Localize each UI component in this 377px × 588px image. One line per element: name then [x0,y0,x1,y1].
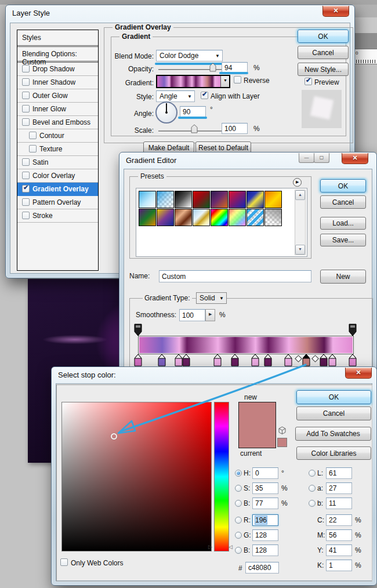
gradient-preset-11[interactable] [175,209,192,226]
gradient-preset-6[interactable] [229,191,246,208]
opacity-slider-track[interactable] [158,69,228,71]
maximize-icon[interactable]: ▢ [314,153,329,163]
styles-item-inner-glow[interactable]: Inner Glow [17,103,98,116]
scroll-down-icon[interactable]: ▼ [295,245,305,255]
hue-marker-right-icon[interactable]: ◁ [229,545,233,550]
picker-right-input-b--2[interactable]: 11 [326,498,352,509]
styles-item-contour[interactable]: Contour [17,129,98,143]
hue-marker-left-icon[interactable]: ▷ [208,545,212,550]
scale-input[interactable]: 100 [222,123,248,134]
picker-right-input-y--5[interactable]: 41 [326,545,352,556]
style-checkbox-satin[interactable] [22,158,30,166]
picker-right-input-a--1[interactable]: 27 [326,482,352,494]
close-icon[interactable]: ✕ [345,368,372,379]
picker-left-input-h--0[interactable]: 0 [252,467,278,479]
minimize-icon[interactable]: — [299,153,314,163]
cancel-button[interactable]: Cancel [320,195,366,209]
color-field-marker[interactable] [111,433,117,440]
picker-right-input-m--4[interactable]: 56 [326,529,352,541]
picker-left-radio-b-[interactable] [235,547,242,554]
style-checkbox-drop-shadow[interactable] [22,65,30,72]
styles-item-drop-shadow[interactable]: Drop Shadow [17,63,98,76]
smoothness-input[interactable]: 100 [179,309,205,321]
gradient-preset-1[interactable] [139,191,156,208]
hex-input[interactable]: c48080 [245,562,279,574]
picker-right-radio-l-[interactable] [309,470,316,477]
style-checkbox-inner-glow[interactable] [22,105,30,112]
opacity-stop-2[interactable] [349,324,357,339]
save-button[interactable]: Save... [320,234,366,246]
name-input[interactable]: Custom [159,270,311,282]
align-with-layer-checkbox[interactable] [201,92,208,99]
gradient-preset-8[interactable] [264,191,282,208]
preview-checkbox[interactable] [304,78,312,85]
style-checkbox-contour[interactable] [29,132,37,139]
picker-left-input-g--4[interactable]: 128 [252,529,278,541]
close-icon[interactable]: ✕ [342,153,368,164]
reverse-checkbox[interactable] [234,76,241,84]
picker-left-input-b--2[interactable]: 77 [252,498,278,509]
picker-left-radio-h-[interactable] [235,470,242,477]
style-checkbox-inner-shadow[interactable] [22,78,30,86]
picker-left-input-r--3[interactable]: 196 [252,514,278,526]
presets-menu-button[interactable]: ▶ [293,178,302,187]
smoothness-spinner[interactable]: ▶ [205,309,215,321]
gradient-type-dropdown[interactable]: Solid ▼ [196,292,227,304]
gradient-preset-13[interactable] [211,209,228,226]
opacity-stop-1[interactable] [134,324,142,339]
style-checkbox-bevel-and-emboss[interactable] [22,118,30,126]
styles-item-outer-glow[interactable]: Outer Glow [17,89,98,103]
cancel-button[interactable]: Cancel [298,46,349,59]
out-of-gamut-cube-icon[interactable] [278,426,287,435]
angle-dial[interactable] [155,101,177,124]
angle-input[interactable]: 90 [180,106,206,117]
cancel-button[interactable]: Cancel [296,406,371,420]
style-dropdown[interactable]: Angle ▼ [156,90,195,102]
new-gradient-button[interactable]: New [320,270,366,284]
styles-item-stroke[interactable]: Stroke [17,209,98,223]
ok-button[interactable]: OK [296,390,371,404]
gradient-preset-2[interactable] [157,191,174,208]
gradient-preset-3[interactable] [175,191,192,208]
load-button[interactable]: Load... [320,217,366,230]
color-libraries-button[interactable]: Color Libraries [296,447,371,460]
styles-item-bevel-and-emboss[interactable]: Bevel and Emboss [17,116,98,129]
scale-slider-thumb[interactable] [191,124,198,133]
picker-left-radio-r-[interactable] [235,517,242,524]
style-checkbox-stroke[interactable] [22,212,30,219]
picker-right-input-c--3[interactable]: 22 [326,514,352,526]
styles-item-gradient-overlay[interactable]: Gradient Overlay [17,183,98,196]
new-style-button[interactable]: New Style... [298,63,349,76]
opacity-slider-thumb[interactable] [209,63,216,72]
styles-item-inner-shadow[interactable]: Inner Shadow [17,76,98,89]
style-checkbox-color-overlay[interactable] [22,172,30,179]
scroll-up-icon[interactable]: ▲ [295,190,305,200]
only-web-colors-checkbox[interactable] [60,558,68,566]
picker-right-input-k--6[interactable]: 1 [326,560,352,571]
styles-item-pattern-overlay[interactable]: Pattern Overlay [17,196,98,209]
presets-scrollbar[interactable]: ▲ ▼ [295,190,306,255]
gradient-preset-5[interactable] [211,191,228,208]
picker-left-input-s--1[interactable]: 35 [252,482,278,494]
gradient-preset-12[interactable] [193,209,210,226]
style-checkbox-gradient-overlay[interactable] [22,185,30,193]
picker-left-radio-b-[interactable] [235,500,242,507]
styles-item-blending-options[interactable]: Blending Options: Custom [17,47,98,63]
gradient-preset-10[interactable] [157,209,174,226]
ok-button[interactable]: OK [320,179,366,193]
gradient-preset-16[interactable] [264,209,282,226]
styles-item-satin[interactable]: Satin [17,156,98,169]
style-checkbox-outer-glow[interactable] [22,92,30,99]
gradient-preview-swatch[interactable]: ▼ [156,75,230,88]
picker-left-radio-s-[interactable] [235,485,242,492]
gradient-preset-14[interactable] [229,209,246,226]
styles-item-texture[interactable]: Texture [17,143,98,156]
style-checkbox-texture[interactable] [29,145,37,153]
picker-right-input-l--0[interactable]: 61 [326,467,352,479]
picker-left-radio-g-[interactable] [235,532,242,539]
picker-left-input-b--5[interactable]: 128 [252,545,278,556]
gradient-preset-7[interactable] [246,191,264,208]
color-field[interactable] [61,402,212,551]
blend-mode-dropdown[interactable]: Color Dodge ▼ [156,50,223,61]
gradient-preset-9[interactable] [139,209,156,226]
